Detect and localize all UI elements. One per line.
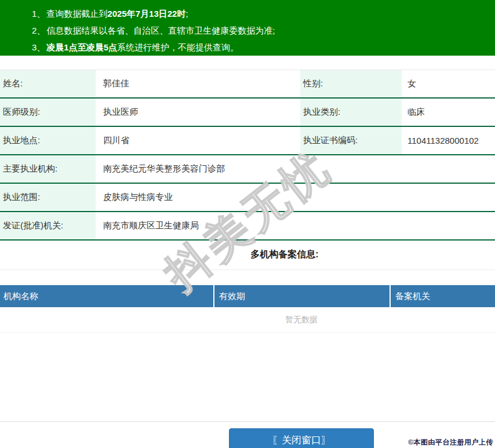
notice-number: 3、 [32, 42, 45, 52]
table-row: 姓名: 郭佳佳 性别: 女 [0, 70, 495, 99]
multi-org-table-header: 机构名称 有效期 备案机关 [0, 285, 495, 307]
table-row: 主要执业机构: 南充美纪元华美整形美容门诊部 [0, 155, 495, 184]
field-value-issuing-authority: 南充市顺庆区卫生健康局 [96, 212, 495, 239]
notice-text: 查询数据截止到 [46, 9, 107, 19]
field-value-practice-category: 临床 [402, 99, 495, 126]
copyright-watermark-text: ©本图由平台注册用户上传 [408, 438, 493, 447]
notice-text: 信息数据结果以各省、自治区、直辖市卫生健康委数据为准; [46, 26, 275, 35]
table-row: 发证(批准)机关: 南充市顺庆区卫生健康局 [0, 212, 495, 241]
empty-data-text: 暂无数据 [285, 315, 318, 325]
notice-number: 1、 [32, 9, 45, 19]
notice-text: ; [185, 9, 188, 19]
field-value-practice-location: 四川省 [96, 127, 300, 154]
field-value-gender: 女 [402, 70, 495, 97]
physician-query-result-page: 1、查询数据截止到2025年7月13日22时; 2、信息数据结果以各省、自治区、… [0, 0, 495, 448]
notice-text-bold: 凌晨1点至凌晨5点 [46, 42, 117, 52]
multi-org-section: 多机构备案信息: [0, 240, 495, 270]
physician-info-table: 姓名: 郭佳佳 性别: 女 医师级别: 执业医师 执业类别: 临床 执业地点: … [0, 70, 495, 241]
table-row: 执业地点: 四川省 执业证书编码: 110411328000102 [0, 127, 495, 155]
notice-line-1: 1、查询数据截止到2025年7月13日22时; [32, 5, 489, 22]
field-label-name: 姓名: [0, 70, 96, 97]
footer-divider [0, 421, 495, 422]
empty-data-row: 暂无数据 [0, 307, 495, 333]
field-value-physician-level: 执业医师 [96, 99, 300, 126]
field-label-certificate-number: 执业证书编码: [300, 127, 402, 154]
section-heading: 多机构备案信息: [250, 249, 318, 261]
table-row: 医师级别: 执业医师 执业类别: 临床 [0, 99, 495, 127]
table-row: 执业范围: 皮肤病与性病专业 [0, 184, 495, 212]
field-label-main-institution: 主要执业机构: [0, 155, 96, 183]
field-value-name: 郭佳佳 [96, 70, 300, 97]
field-label-practice-category: 执业类别: [300, 99, 402, 126]
notice-line-2: 2、信息数据结果以各省、自治区、直辖市卫生健康委数据为准; [32, 22, 489, 39]
column-header-institution-name: 机构名称 [0, 285, 213, 307]
field-value-certificate-number: 110411328000102 [402, 127, 495, 154]
field-label-gender: 性别: [300, 70, 402, 97]
field-value-practice-scope: 皮肤病与性病专业 [96, 184, 495, 211]
field-label-practice-scope: 执业范围: [0, 184, 96, 211]
field-label-issuing-authority: 发证(批准)机关: [0, 212, 96, 239]
field-label-physician-level: 医师级别: [0, 99, 96, 126]
column-header-filing-authority: 备案机关 [390, 285, 495, 307]
notice-line-3: 3、凌晨1点至凌晨5点系统进行维护，不能提供查询。 [32, 39, 489, 56]
notice-banner: 1、查询数据截止到2025年7月13日22时; 2、信息数据结果以各省、自治区、… [0, 0, 495, 56]
close-window-button[interactable]: 〖关闭窗口〗 [229, 428, 374, 448]
notice-text: 系统进行维护，不能提供查询。 [117, 42, 239, 52]
notice-number: 2、 [32, 26, 45, 35]
field-label-practice-location: 执业地点: [0, 127, 96, 154]
field-value-main-institution: 南充美纪元华美整形美容门诊部 [96, 155, 495, 183]
column-header-validity-period: 有效期 [213, 285, 390, 307]
notice-text-bold: 2025年7月13日22时 [107, 9, 185, 19]
